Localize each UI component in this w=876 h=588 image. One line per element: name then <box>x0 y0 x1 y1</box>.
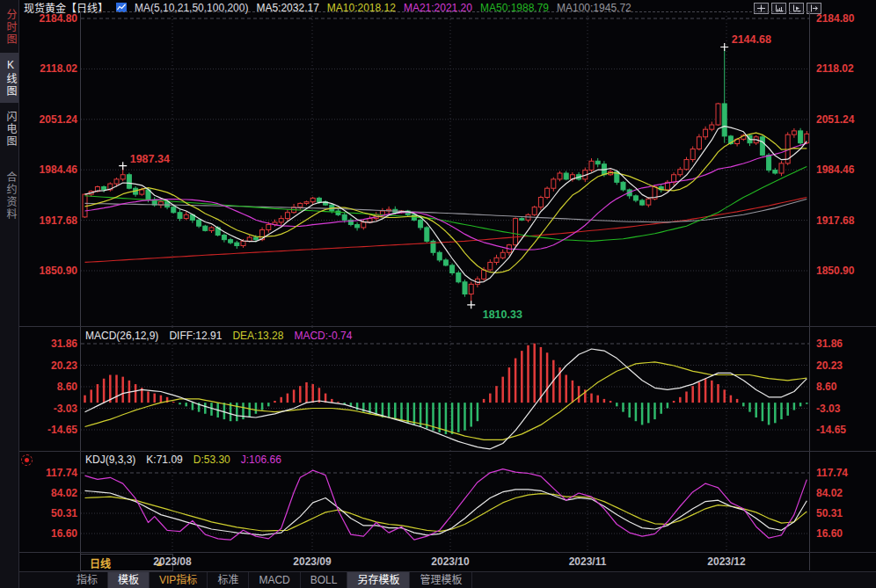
macd-bar-negative <box>470 403 472 426</box>
candle-up <box>209 228 214 230</box>
sidebar-tab-time-chart[interactable]: 分时图 <box>0 3 18 51</box>
candle-up <box>482 270 486 279</box>
macd-bar-positive <box>546 352 549 403</box>
macd-bar-negative <box>780 403 783 419</box>
macd-indicator-chart[interactable] <box>81 327 809 451</box>
macd-bar-negative <box>451 403 454 434</box>
candle-down <box>437 252 442 260</box>
candle-down <box>450 265 455 273</box>
candle-down <box>336 211 340 214</box>
price-annotation: 2144.68 <box>732 33 771 46</box>
candle-down <box>456 272 461 281</box>
candle-down <box>722 104 726 136</box>
kdj-axis-right-label: 117.74 <box>816 468 874 479</box>
macd-bar-negative <box>185 403 187 406</box>
candle-down <box>342 214 347 220</box>
macd-bar-negative <box>388 403 391 417</box>
macd-bar-positive <box>121 377 124 403</box>
sidebar-tab-kline-chart[interactable]: K线图 <box>0 53 18 103</box>
macd-bar-negative <box>464 403 466 431</box>
candle-up <box>266 224 271 229</box>
kdj-axis-right-label: 16.60 <box>816 528 874 540</box>
series-line <box>85 167 807 242</box>
left-sidebar: 分时图K线图闪电图合约资料 <box>0 0 19 588</box>
date-label: 2023/11 <box>559 555 616 568</box>
candle-up <box>310 198 315 201</box>
candle-up <box>678 170 683 175</box>
bottom-tab-BOLL[interactable]: BOLL <box>301 572 348 588</box>
bottom-tab-bar: 指标模板VIP指标标准MACDBOLL另存模板管理模板 <box>19 571 876 588</box>
kdj-indicator-chart[interactable] <box>81 451 809 552</box>
kdj-bottom-separator <box>19 552 876 553</box>
macd-bar-positive <box>679 397 682 403</box>
candle-down <box>102 186 106 189</box>
kdj-axis-left-label: 16.60 <box>21 528 77 540</box>
price-axis-left-label: 1850.90 <box>21 265 77 277</box>
candle-down <box>640 200 645 205</box>
candle-up <box>716 104 720 125</box>
macd-bar-negative <box>786 403 789 416</box>
kdj-axis-left-label: 84.02 <box>21 488 77 499</box>
macd-bar-negative <box>457 403 460 432</box>
macd-bar-positive <box>153 394 156 403</box>
candle-up <box>538 198 543 207</box>
candle-up <box>241 241 245 245</box>
bottom-tab-模板[interactable]: 模板 <box>108 572 150 588</box>
candle-up <box>792 131 796 134</box>
macd-axis-right-label: -14.65 <box>816 425 874 436</box>
macd-bar-positive <box>533 344 536 403</box>
macd-bar-positive <box>596 396 599 403</box>
candle-down <box>178 213 182 219</box>
macd-diff-value: DIFF:12.91 <box>169 330 222 342</box>
bottom-tab-标准[interactable]: 标准 <box>208 572 249 588</box>
price-axis-left-label: 1917.68 <box>21 215 77 227</box>
macd-bar-positive <box>299 386 302 403</box>
macd-bar-positive <box>109 375 112 403</box>
macd-dea-value: DEA:13.28 <box>232 330 283 342</box>
macd-bar-positive <box>115 375 118 403</box>
macd-bar-positive <box>691 386 694 403</box>
candle-up <box>304 202 309 204</box>
macd-axis-left-label: 31.86 <box>21 338 77 350</box>
macd-bar-positive <box>103 379 106 403</box>
series-line <box>85 494 807 532</box>
candle-up <box>532 207 537 215</box>
bottom-tab-另存模板[interactable]: 另存模板 <box>347 572 410 588</box>
macd-bar-positive <box>578 386 580 403</box>
macd-bar-positive <box>717 384 719 403</box>
macd-bar-positive <box>495 386 498 403</box>
candle-down <box>520 219 524 221</box>
macd-bar-positive <box>704 379 707 403</box>
main-candlestick-chart[interactable]: 1987.341810.332144.68 <box>81 12 809 326</box>
macd-axis-left-label: -14.65 <box>21 425 77 436</box>
macd-axis-right-label: -3.03 <box>816 403 874 415</box>
sidebar-tab-contract-info[interactable]: 合约资料 <box>0 161 18 231</box>
price-axis-left-label: 2118.02 <box>21 63 77 75</box>
bottom-tab-VIP指标[interactable]: VIP指标 <box>150 572 208 588</box>
macd-bar-negative <box>267 403 270 406</box>
price-axis-right-label: 1917.68 <box>816 215 874 227</box>
candle-up <box>184 214 188 218</box>
bottom-tab-MACD[interactable]: MACD <box>249 572 300 588</box>
candle-up <box>558 173 562 179</box>
macd-bar-positive <box>711 381 713 403</box>
macd-bar-positive <box>698 382 701 403</box>
bottom-tab-管理模板[interactable]: 管理模板 <box>410 572 472 588</box>
kdj-d-value: D:53.30 <box>193 454 230 466</box>
candle-down <box>564 173 568 179</box>
candle-up <box>120 175 125 179</box>
macd-bar-negative <box>762 403 764 421</box>
bottom-tab-指标[interactable]: 指标 <box>67 572 108 588</box>
macd-bar-negative <box>748 403 751 412</box>
sidebar-tab-lightning-chart[interactable]: 闪电图 <box>0 105 18 154</box>
candle-up <box>589 161 594 170</box>
candle-down <box>317 198 321 201</box>
price-axis-right-label: 1850.90 <box>816 265 874 277</box>
macd-bar-positive <box>730 396 733 403</box>
candle-up <box>469 284 473 294</box>
macd-axis-right-label: 20.23 <box>816 360 874 372</box>
candle-up <box>114 179 119 184</box>
macd-bar-positive <box>160 396 163 403</box>
macd-bar-positive <box>280 397 282 403</box>
macd-bar-negative <box>667 403 669 408</box>
